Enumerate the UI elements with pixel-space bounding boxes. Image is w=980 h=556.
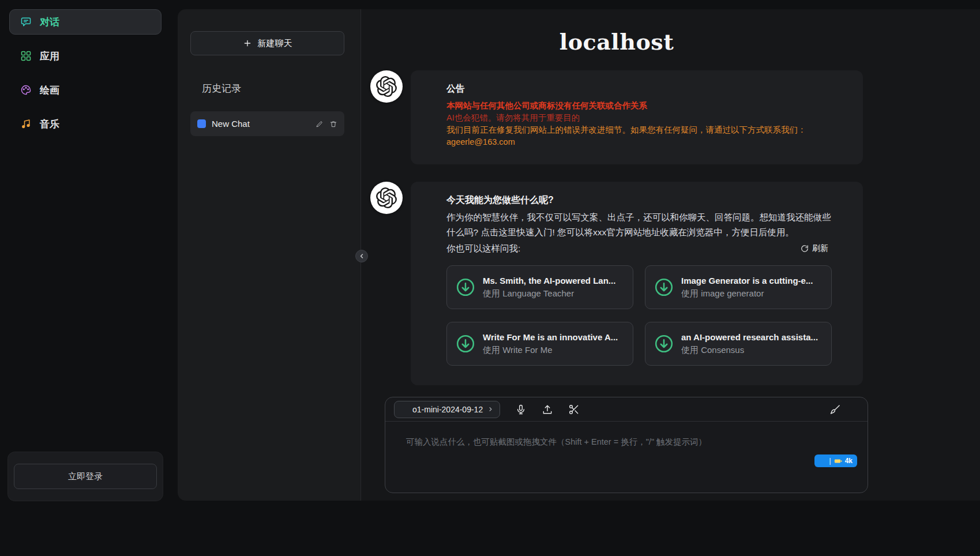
ask-hint: 你也可以这样问我: [446,241,520,256]
login-button[interactable]: 立即登录 [14,464,157,489]
openai-logo-icon [376,187,397,208]
chat-list-panel: 新建聊天 历史记录 New Chat [178,9,361,501]
suggestion-card[interactable]: Ms. Smith, the AI-powered Lan... 使用 Lang… [446,265,633,309]
refresh-label: 刷新 [812,243,828,254]
message-input[interactable] [385,422,868,493]
openai-logo-icon [376,76,397,97]
history-title: 历史记录 [202,82,346,95]
assistant-message: 今天我能为您做些什么呢? 作为你的智慧伙伴，我不仅可以写文案、出点子，还可以和你… [370,182,980,385]
message-scroll-area[interactable]: localhost 公告 本网站与任何其他公司或商标没有任何关联或合作关系 A [361,9,980,397]
send-token-badge[interactable]: | 4k [814,454,857,467]
model-name: o1-mini-2024-09-12 [412,405,483,414]
composer-toolbar: o1-mini-2024-09-12 [385,397,868,422]
page-title: localhost [361,28,872,57]
history-item-title: New Chat [212,119,310,129]
sidebar-item-label: 对话 [40,16,59,29]
send-icon [819,457,827,465]
suggestion-subtitle: 使用 image generator [681,288,813,299]
welcome-body: 作为你的智慧伙伴，我不仅可以写文案、出点子，还可以和你聊天、回答问题。想知道我还… [446,210,832,240]
scissors-button[interactable] [568,404,580,415]
download-circle-icon [455,277,476,298]
workspace: 新建聊天 历史记录 New Chat [178,9,980,501]
suggestion-title: Write For Me is an innovative A... [483,332,618,342]
token-count: 4k [845,457,853,465]
welcome-message-bubble: 今天我能为您做些什么呢? 作为你的智慧伙伴，我不仅可以写文案、出点子，还可以和你… [411,182,863,385]
announcement-message-bubble: 公告 本网站与任何其他公司或商标没有任何关联或合作关系 AI也会犯错。请勿将其用… [411,70,863,164]
suggestion-title: Image Generator is a cutting-e... [681,276,813,285]
contact-email[interactable]: ageerle@163.com [446,136,820,148]
composer: o1-mini-2024-09-12 [385,397,868,493]
refresh-button[interactable]: 刷新 [797,243,832,254]
apps-grid-icon [20,50,32,62]
download-circle-icon [455,333,476,354]
upload-button[interactable] [542,404,553,415]
assistant-message: 公告 本网站与任何其他公司或商标没有任何关联或合作关系 AI也会犯错。请勿将其用… [370,70,980,164]
collapse-sidebar-button[interactable] [355,250,368,262]
history-item[interactable]: New Chat [190,111,344,136]
edit-chat-button[interactable] [316,120,324,128]
main-panel: localhost 公告 本网站与任何其他公司或商标没有任何关联或合作关系 A [361,9,980,501]
suggestion-card[interactable]: Write For Me is an innovative A... 使用 Wr… [446,322,633,366]
new-chat-label: 新建聊天 [258,38,292,49]
login-card: 立即登录 [8,452,163,501]
sidebar-item-paint[interactable]: 绘画 [9,77,162,103]
suggestion-subtitle: 使用 Write For Me [483,345,618,356]
chevron-right-icon [487,406,494,412]
sparkle-icon [400,405,408,413]
new-chat-button[interactable]: 新建聊天 [190,31,344,55]
suggestion-title: Ms. Smith, the AI-powered Lan... [483,276,615,285]
plus-icon [243,39,252,48]
chat-icon [20,16,32,28]
suggestion-card[interactable]: an AI-powered research assista... 使用 Con… [645,322,832,366]
assistant-avatar [370,182,403,214]
suggestion-title: an AI-powered research assista... [681,332,818,342]
sidebar-item-label: 应用 [40,50,59,63]
suggestion-card[interactable]: Image Generator is a cutting-e... 使用 ima… [645,265,832,309]
chevron-left-icon [358,253,365,260]
refresh-icon [801,245,809,253]
music-note-icon [20,118,32,130]
sidebar-item-label: 音乐 [40,118,59,131]
composer-body: | 4k [385,422,868,493]
assistant-avatar [370,70,403,103]
suggestion-subtitle: 使用 Consensus [681,345,818,356]
sidebar-item-music[interactable]: 音乐 [9,111,162,137]
delete-chat-button[interactable] [329,120,337,128]
announcement-line: 本网站与任何其他公司或商标没有任何关联或合作关系 [446,100,820,112]
announcement-line: 我们目前正在修复我们网站上的错误并改进细节。如果您有任何疑问，请通过以下方式联系… [446,124,820,136]
announcement-line: AI也会犯错。请勿将其用于重要目的 [446,112,820,124]
announcement-heading: 公告 [446,83,820,95]
history-item-actions [316,120,337,128]
welcome-heading: 今天我能为您做些什么呢? [446,194,832,206]
sidebar: 对话 应用 绘画 [0,0,178,556]
suggestion-grid: Ms. Smith, the AI-powered Lan... 使用 Lang… [446,265,832,366]
palette-icon [20,84,32,96]
sidebar-item-label: 绘画 [40,84,59,97]
chat-color-badge [197,119,206,128]
clear-context-button[interactable] [829,404,841,415]
download-circle-icon [654,277,674,298]
battery-icon [834,458,842,464]
mic-button[interactable] [515,404,527,415]
sidebar-item-chat[interactable]: 对话 [9,9,162,35]
download-circle-icon [654,333,674,354]
model-selector[interactable]: o1-mini-2024-09-12 [394,401,500,418]
suggestion-subtitle: 使用 Language Teacher [483,288,615,299]
sidebar-item-apps[interactable]: 应用 [9,43,162,69]
